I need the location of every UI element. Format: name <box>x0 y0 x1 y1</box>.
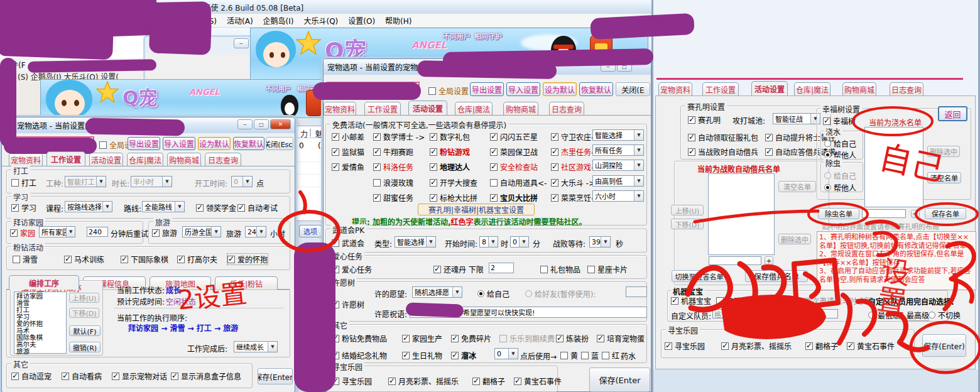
list-item[interactable]: 打工 <box>16 307 64 313</box>
cb-dress-up[interactable]: 炼装扮 <box>556 333 589 344</box>
dropdown-wish-choice[interactable]: 随机选择愿▼ <box>412 286 462 298</box>
add-borrow-name-button[interactable]: + <box>765 256 773 265</box>
menu-penguin-island[interactable]: 企鹅岛(I) <box>258 14 299 27</box>
cb-saikongming[interactable]: 赛孔明 <box>688 114 721 125</box>
set-default-button[interactable]: 设为默认 <box>543 82 577 96</box>
save-list-button[interactable]: 保存名单 <box>925 208 966 219</box>
list-item[interactable]: 滑雪 <box>16 300 64 307</box>
cb-robot-baby[interactable]: 机器宝宝 <box>671 295 711 306</box>
cb-free-r2-2[interactable]: 牛翔赛跑 <box>373 146 413 157</box>
cb-moon-lottery[interactable]: 月亮彩票、摇摇乐 <box>388 376 459 386</box>
radio-no-switch[interactable]: 不切换 <box>928 310 961 320</box>
cb-lele-renewal[interactable]: 乐乐到期续费 <box>499 333 555 344</box>
cb-free-r3-1[interactable]: 爱情鱼 <box>332 161 364 172</box>
tab-activity-settings[interactable]: 活动设置 <box>751 81 788 95</box>
export-settings-button[interactable]: 导出设置 <box>470 82 504 96</box>
cb-treasure-park-right[interactable]: 寻宝乐园 <box>665 340 705 351</box>
radio-lowest-level[interactable]: 最低级 <box>868 310 900 320</box>
cb-zodiac-cards[interactable]: 星座卡片 <box>587 264 628 275</box>
cb-free-r2-3[interactable]: 粉钻游戏 <box>430 146 470 157</box>
tab-sequence[interactable]: 编排工序 <box>9 275 79 290</box>
sequence-listbox[interactable]: 拜访家园 滑雪 打工 学习 爱的怀抱 马术 国际象棋 高尔夫 旅游 <box>14 291 67 354</box>
tab-lele-pink[interactable]: 乐乐|粉钻 <box>215 276 278 290</box>
restore-default-button[interactable]: 恢复默认 <box>233 137 264 150</box>
dropdown-cooking-duration[interactable]: 六小时▼ <box>592 190 644 202</box>
cb-horse-training[interactable]: 马术训练 <box>64 254 104 264</box>
cb-free-r3-5[interactable]: 社区游戏- <box>551 161 594 172</box>
tab-pet-profile[interactable]: 宠物资料 <box>9 153 43 166</box>
save-button-left[interactable]: 保存(Enter) <box>258 368 293 384</box>
cb-free-r1-5[interactable]: 守卫农庄- <box>551 131 594 142</box>
input-borrow-name[interactable] <box>709 256 761 265</box>
cb-potion-yellow[interactable]: 黄 <box>560 350 578 361</box>
dropdown-travel-hours[interactable]: 24▼ <box>245 226 266 237</box>
cb-show-message-box[interactable]: 显示消息盒子信息 <box>171 371 241 381</box>
menu-help[interactable]: 帮助(H) <box>380 14 416 27</box>
cb-ski[interactable]: 滑雪 <box>13 254 38 264</box>
cb-home[interactable]: 家园 <box>10 227 35 238</box>
import-settings-button[interactable]: 导入设置 <box>163 137 195 150</box>
radio-debug-others[interactable]: 帮他人 <box>824 182 856 193</box>
cb-topaz-event[interactable]: 黄宝石事件 <box>514 376 562 386</box>
cb-flip-tiles-right[interactable]: 翻格子 <box>805 340 838 351</box>
dropdown-course[interactable]: 按路线选择▼ <box>65 201 112 212</box>
dropdown-travel-scope[interactable]: 历游全国▼ <box>182 226 221 237</box>
switch-answer-list-button[interactable]: 切换至应答名单 <box>672 270 727 282</box>
clear-list-button-right[interactable]: 清空名单 <box>927 172 961 183</box>
cb-martial[interactable]: 武道会 <box>332 237 364 248</box>
cb-free-r4-4[interactable]: 大乐斗 -> <box>551 177 595 188</box>
list-item[interactable]: 高尔夫 <box>16 341 64 348</box>
add-watering-name-button[interactable]: + <box>911 210 920 218</box>
move-up-button-right[interactable]: 上移(U) <box>671 205 704 215</box>
minimize-icon[interactable]: ─ <box>237 119 253 129</box>
radio-debug-self[interactable]: 给自己 <box>824 170 856 181</box>
cb-auto-claim-gift[interactable]: 自动领取征服礼包 <box>688 132 758 143</box>
list-item[interactable]: 马术 <box>16 327 64 334</box>
cb-free-fragments[interactable]: 免费碎片 <box>451 333 491 344</box>
move-down-button[interactable]: 下移(D) <box>69 308 99 318</box>
cb-treasure-park[interactable]: 寻宝乐园 <box>332 376 372 386</box>
tab-shop[interactable]: 购物商城 <box>167 153 201 166</box>
cb-free-r1-2[interactable]: 数学博士 -> <box>373 131 425 142</box>
tab-log-query[interactable]: 日志查询 <box>549 102 584 115</box>
dropdown-duration[interactable]: 半小时▼ <box>131 176 172 187</box>
dropdown-attack-city[interactable]: 智能征战▼ <box>773 113 820 124</box>
import-settings-button[interactable]: 导入设置 <box>506 82 540 96</box>
dropdown-start-hour[interactable]: 8▼ <box>479 236 498 248</box>
cb-pet-egg[interactable]: 培育宠物蛋 <box>597 333 645 344</box>
tab-log-query[interactable]: 日志查询 <box>205 153 241 166</box>
cb-free-r5-2[interactable]: 标枪大比拼 <box>430 192 477 203</box>
cb-pink-free-items[interactable]: 粉钻免费物品 <box>332 333 387 344</box>
dropdown-after-work[interactable]: 继续成长▼ <box>234 341 278 352</box>
list-item[interactable]: 国际象棋 <box>16 334 64 341</box>
restore-default-button[interactable]: 恢复默认 <box>579 82 613 96</box>
cb-free-r4-3[interactable]: 自动用道具<- <box>490 177 547 188</box>
tab-warehouse-magic[interactable]: 仓库|魔法 <box>127 153 163 166</box>
cb-no-reinvite[interactable]: 不能再次邀请战斗时才脱 <box>779 295 872 306</box>
list-item[interactable]: 学习 <box>16 313 64 320</box>
minimize-icon[interactable]: ─ <box>234 38 249 48</box>
save-button-right[interactable]: 保存(Enter) <box>922 334 966 357</box>
menu-settings[interactable]: 设置(O) <box>343 14 380 27</box>
dropdown-farm-guard[interactable]: 智能选择▼ <box>592 129 644 141</box>
cb-travel[interactable]: 旅游 <box>152 227 177 238</box>
tab-pet-profile[interactable]: 宠物资料 <box>658 82 692 95</box>
dropdown-start-work-hour[interactable]: 0▼ <box>231 176 253 187</box>
delete-selected-button-left[interactable]: 删除选中 <box>778 234 811 244</box>
export-settings-button[interactable]: 导出设置 <box>128 137 160 150</box>
debug-list-button[interactable]: 除虫名单 <box>818 208 859 219</box>
tab-activity-settings[interactable]: 活动设置 <box>408 101 447 115</box>
cb-free-r1-4[interactable]: 闪闪五芒星 <box>490 131 538 142</box>
input-retry-minutes[interactable]: 240 <box>87 227 108 237</box>
cb-auto-doctor[interactable]: 自动看病 <box>62 371 102 381</box>
tab-warehouse-magic[interactable]: 仓库|魔法 <box>455 102 493 115</box>
tab-shop[interactable]: 购物商城 <box>842 82 876 95</box>
cb-gift-items[interactable]: 礼包物品 <box>540 264 580 275</box>
dropdown-start-minute[interactable]: 0▼ <box>510 236 529 248</box>
cb-free-r2-5[interactable]: 杰里任务- <box>551 146 594 157</box>
radio-wish-self[interactable]: 给自己 <box>477 288 509 299</box>
input-pill-limit[interactable]: 2 <box>489 263 514 273</box>
options-button[interactable]: 选项 <box>299 225 322 237</box>
input-watering-name[interactable] <box>862 209 906 218</box>
cb-topaz-event-right[interactable]: 黄宝石事件 <box>847 340 895 351</box>
